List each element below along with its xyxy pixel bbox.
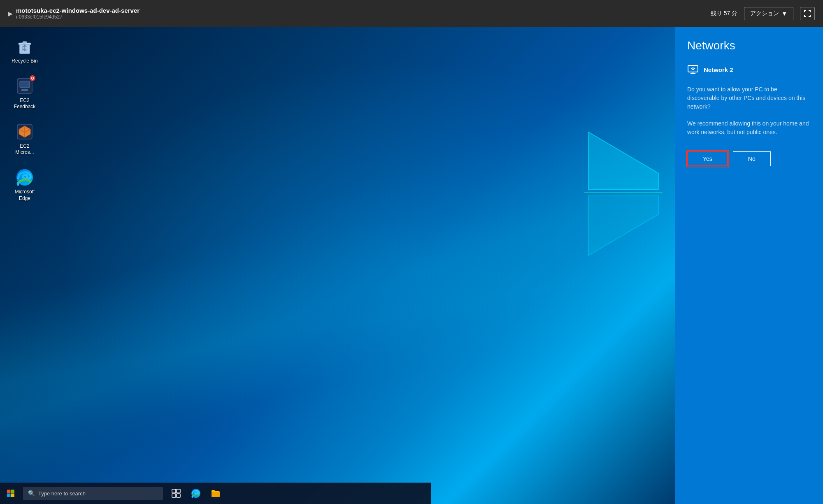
microsoft-edge-image bbox=[15, 167, 35, 187]
svg-marker-1 bbox=[588, 196, 658, 255]
svg-rect-20 bbox=[172, 494, 176, 497]
network-buttons: Yes No bbox=[687, 151, 811, 166]
svg-rect-10 bbox=[20, 81, 30, 88]
recycle-bin-icon[interactable]: Recycle Bin bbox=[8, 35, 41, 66]
network-description: Do you want to allow your PC to be disco… bbox=[687, 85, 811, 111]
svg-rect-17 bbox=[11, 494, 15, 497]
action-button[interactable]: アクション ▼ bbox=[744, 7, 793, 20]
desktop: Recycle Bin Q EC2Feedback bbox=[0, 27, 675, 504]
ec2-notification-badge: Q bbox=[30, 75, 35, 81]
instance-id: i-0633ef015fc94d527 bbox=[16, 14, 139, 20]
microsoft-edge-label: MicrosoftEdge bbox=[15, 189, 35, 202]
svg-rect-21 bbox=[177, 494, 180, 497]
windows-logo-decoration bbox=[502, 107, 675, 280]
action-label: アクション bbox=[750, 10, 779, 17]
top-bar-left: ▶ mototsuka-ec2-windows-ad-dev-ad-server… bbox=[8, 7, 139, 20]
svg-rect-16 bbox=[7, 494, 11, 497]
ec2-feedback-label: EC2Feedback bbox=[14, 98, 36, 110]
networks-title: Networks bbox=[687, 39, 811, 52]
svg-rect-15 bbox=[11, 490, 15, 493]
network-icon bbox=[687, 64, 699, 75]
network-recommendation: We recommend allowing this on your home … bbox=[687, 119, 811, 137]
ec2-micros-desktop-icon[interactable]: EC2Micros... bbox=[8, 120, 41, 158]
svg-rect-18 bbox=[172, 489, 176, 493]
recycle-bin-label: Recycle Bin bbox=[12, 58, 37, 65]
svg-rect-5 bbox=[23, 42, 27, 43]
taskbar-search[interactable]: 🔍 Type here to search bbox=[23, 487, 163, 500]
ec2-feedback-desktop-icon[interactable]: Q EC2Feedback bbox=[8, 74, 41, 112]
top-bar: ▶ mototsuka-ec2-windows-ad-dev-ad-server… bbox=[0, 0, 823, 27]
svg-rect-23 bbox=[688, 65, 698, 72]
no-button[interactable]: No bbox=[733, 151, 771, 166]
svg-marker-0 bbox=[588, 132, 658, 190]
taskbar-edge[interactable] bbox=[186, 483, 206, 504]
networks-panel: Networks Network 2 Do you want to allow … bbox=[675, 27, 823, 504]
ec2-micros-image bbox=[15, 122, 35, 142]
fullscreen-button[interactable] bbox=[800, 7, 815, 20]
taskbar-apps bbox=[166, 483, 226, 504]
expand-arrow[interactable]: ▶ bbox=[8, 10, 13, 17]
top-bar-right: 残り 57 分 アクション ▼ bbox=[711, 7, 815, 20]
taskbar-task-view[interactable] bbox=[166, 483, 186, 504]
main-area: Recycle Bin Q EC2Feedback bbox=[0, 27, 823, 504]
taskbar: 🔍 Type here to search bbox=[0, 483, 431, 504]
instance-name: mototsuka-ec2-windows-ad-dev-ad-server bbox=[16, 7, 139, 14]
recycle-bin-image bbox=[15, 37, 35, 56]
microsoft-edge-desktop-icon[interactable]: MicrosoftEdge bbox=[8, 166, 41, 203]
network-name: Network 2 bbox=[704, 66, 733, 73]
dropdown-arrow-icon: ▼ bbox=[781, 10, 787, 17]
svg-rect-19 bbox=[177, 489, 180, 493]
svg-rect-14 bbox=[7, 490, 11, 493]
remaining-time: 残り 57 分 bbox=[711, 10, 737, 17]
taskbar-file-explorer[interactable] bbox=[206, 483, 226, 504]
yes-button[interactable]: Yes bbox=[687, 151, 728, 166]
svg-rect-11 bbox=[21, 89, 28, 91]
network-item: Network 2 bbox=[687, 64, 811, 75]
instance-info: mototsuka-ec2-windows-ad-dev-ad-server i… bbox=[16, 7, 139, 20]
start-button[interactable] bbox=[0, 483, 21, 504]
desktop-icons: Recycle Bin Q EC2Feedback bbox=[8, 35, 41, 203]
ec2-micros-label: EC2Micros... bbox=[15, 143, 34, 156]
search-placeholder-text: Type here to search bbox=[38, 490, 86, 497]
ec2-feedback-image: Q bbox=[15, 76, 35, 96]
search-icon: 🔍 bbox=[28, 490, 35, 497]
